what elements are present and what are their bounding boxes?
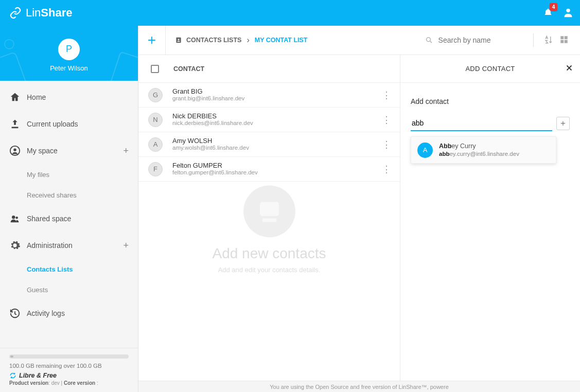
user-menu-button[interactable] [563, 7, 574, 20]
group-icon [9, 213, 21, 224]
add-contact-input[interactable] [411, 116, 552, 131]
avatar: G [148, 88, 163, 102]
notification-badge: 4 [550, 3, 557, 11]
svg-rect-1 [0, 52, 34, 80]
breadcrumb-root[interactable]: CONTACTS LISTS [186, 37, 241, 44]
brand-prefix: Lin [26, 6, 41, 19]
autocomplete-dropdown: A Abbey Curry abbey.curry@int6.linshare.… [411, 136, 556, 164]
breadcrumb-current: MY CONTAT LIST [255, 37, 308, 44]
svg-point-10 [427, 38, 431, 42]
upload-icon [9, 118, 21, 130]
avatar: A [148, 137, 163, 152]
contact-email: amy.wolsh@int6.linshare.dev [172, 145, 249, 152]
svg-rect-17 [262, 218, 276, 222]
svg-rect-12 [565, 36, 568, 39]
nav-shared[interactable]: Shared space [0, 205, 138, 232]
svg-point-3 [5, 40, 14, 49]
suggestion-email: abbey.curry@int6.linshare.dev [439, 150, 519, 158]
notification-button[interactable]: 4 [543, 7, 553, 19]
storage-bar [9, 354, 129, 359]
svg-rect-14 [565, 40, 568, 43]
contact-list: Add new contacts Add and edit your conta… [138, 55, 400, 392]
close-icon [565, 63, 574, 73]
nav-home[interactable]: Home [0, 84, 138, 111]
grid-icon [559, 35, 569, 44]
nav-contacts-lists[interactable]: Contacts Lists [0, 259, 138, 279]
contact-email: grant.big@int6.linshare.dev [172, 95, 244, 102]
refresh-icon [9, 372, 16, 379]
panel-title: ADD CONTACT [465, 65, 515, 73]
nav-received[interactable]: Received shares [0, 185, 138, 205]
nav-guests[interactable]: Guests [0, 279, 138, 300]
breadcrumb: CONTACTS LISTS › MY CONTAT LIST [166, 35, 308, 45]
row-menu-button[interactable]: ⋮ [378, 137, 395, 152]
plus-icon[interactable]: + [123, 146, 129, 156]
contact-row[interactable]: N Nick DERBIES nick.derbies@int6.linshar… [138, 108, 400, 132]
close-button[interactable] [565, 63, 574, 74]
contact-name: Grant BIG [172, 87, 244, 96]
libre-link[interactable]: Libre & Free [9, 372, 129, 379]
person-circle-icon [9, 145, 21, 156]
nav-activity[interactable]: Activity logs [0, 300, 138, 327]
search-input[interactable] [438, 36, 524, 44]
search-icon [425, 35, 433, 45]
svg-point-7 [15, 217, 18, 219]
sort-button[interactable] [541, 32, 556, 49]
storage-panel: 100.0 GB remaining over 100.0 GB Libre &… [0, 348, 138, 392]
nav-myspace[interactable]: My space + [0, 137, 138, 164]
svg-point-9 [178, 39, 180, 40]
contact-email: felton.gumper@int6.linshare.dev [172, 169, 258, 176]
app-header: LinShare 4 [0, 0, 580, 26]
nav-uploads[interactable]: Current uploads [0, 111, 138, 137]
profile-card[interactable]: P Peter Wilson [0, 26, 138, 81]
list-header: CONTACT [138, 55, 400, 83]
contact-row[interactable]: A Amy WOLSH amy.wolsh@int6.linshare.dev … [138, 132, 400, 157]
svg-point-0 [566, 8, 570, 12]
panel-header: ADD CONTACT [400, 55, 580, 83]
home-icon [9, 92, 21, 103]
select-all-checkbox[interactable] [151, 65, 159, 73]
storage-text: 100.0 GB remaining over 100.0 GB [9, 363, 129, 369]
toolbar: + CONTACTS LISTS › MY CONTAT LIST [138, 26, 580, 55]
svg-rect-11 [560, 36, 564, 39]
panel-subtitle: Add contact [411, 97, 570, 105]
row-menu-button[interactable]: ⋮ [378, 112, 395, 128]
nav-admin[interactable]: Administration + [0, 232, 138, 259]
plus-icon[interactable]: + [123, 240, 129, 251]
empty-state: Add new contacts Add and edit your conta… [212, 183, 326, 273]
main-pane: + CONTACTS LISTS › MY CONTAT LIST [138, 26, 580, 392]
contact-name: Felton GUMPER [172, 162, 258, 170]
column-header-contact: CONTACT [173, 65, 204, 73]
autocomplete-item[interactable]: A Abbey Curry abbey.curry@int6.linshare.… [411, 137, 556, 163]
brand-suffix: Share [41, 6, 72, 19]
view-toggle-button[interactable] [556, 32, 572, 49]
svg-point-15 [243, 185, 295, 237]
sort-az-icon [544, 35, 553, 44]
profile-decor-icon [0, 26, 138, 81]
nav-list: Home Current uploads My space + My files… [0, 81, 138, 348]
history-icon [9, 308, 21, 319]
svg-rect-2 [107, 52, 138, 81]
contact-name: Nick DERBIES [172, 112, 253, 120]
add-entry-button[interactable]: + [556, 117, 570, 130]
contacts-icon [175, 37, 182, 44]
contact-email: nick.derbies@int6.linshare.dev [172, 120, 253, 127]
suggestion-name: Abbey Curry [439, 142, 519, 150]
contact-row[interactable]: G Grant BIG grant.big@int6.linshare.dev … [138, 83, 400, 108]
gear-icon [9, 240, 21, 251]
version-text: Product version: dev | Core version : [9, 380, 129, 386]
avatar: N [148, 113, 163, 127]
logo[interactable]: LinShare [9, 6, 73, 20]
add-button[interactable]: + [138, 26, 166, 55]
add-contact-panel: ADD CONTACT Add contact + [400, 55, 580, 392]
contact-name: Amy WOLSH [172, 137, 249, 145]
row-menu-button[interactable]: ⋮ [378, 162, 395, 177]
avatar: F [148, 162, 163, 176]
row-menu-button[interactable]: ⋮ [378, 87, 395, 103]
svg-point-5 [13, 148, 16, 151]
nav-myfiles[interactable]: My files [0, 164, 138, 185]
svg-point-6 [12, 216, 15, 219]
contact-row[interactable]: F Felton GUMPER felton.gumper@int6.linsh… [138, 157, 400, 182]
chevron-right-icon: › [247, 35, 249, 45]
avatar: A [417, 142, 433, 158]
